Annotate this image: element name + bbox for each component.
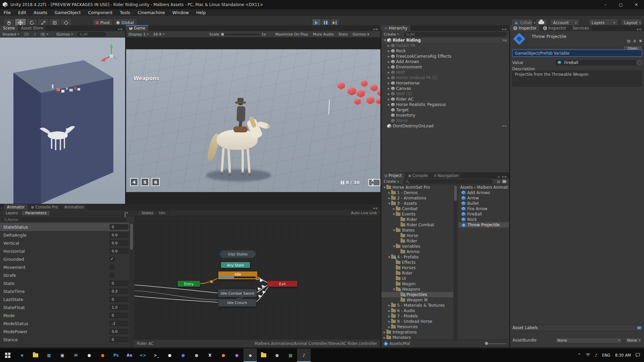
param-checkbox[interactable]: ✓ <box>110 257 114 261</box>
chevron-right-icon[interactable]: ▶ <box>387 71 391 74</box>
aspect-dropdown[interactable]: 16:9▾ <box>151 32 167 37</box>
hierarchy-scene-header[interactable]: ▼Rider Riding▾≡ <box>381 38 509 43</box>
game-viewport[interactable]: Weapons <box>126 49 380 192</box>
chevron-right-icon[interactable]: ▶ <box>387 98 391 101</box>
tab-navigation[interactable]: ⊞ Navigation <box>431 173 462 179</box>
assetbundle-dropdown[interactable]: None▾ <box>555 338 622 343</box>
game-toolbar-stats[interactable]: Stats <box>336 32 350 37</box>
hierarchy-row[interactable]: ▶Canvas <box>381 86 509 91</box>
2d-toggle[interactable]: 2D <box>21 32 31 37</box>
param-value-field[interactable]: 0 <box>110 224 128 230</box>
scene-menu-icon[interactable]: ▾≡ <box>502 39 507 42</box>
chevron-right-icon[interactable]: ▶ <box>387 87 391 90</box>
tree-row[interactable]: ▶Resources <box>381 324 453 329</box>
presets-icon[interactable]: ≣ <box>633 39 636 43</box>
param-value-field[interactable]: 0 <box>110 281 128 286</box>
tree-row[interactable]: ▶2 - Animations <box>381 195 453 201</box>
scale-slider[interactable] <box>220 34 260 35</box>
param-row[interactable]: StateTime0.3 <box>0 287 129 295</box>
parameters-tab[interactable]: Parameters <box>21 210 50 216</box>
clock[interactable]: 8:30 AM <box>615 353 631 358</box>
tree-row[interactable]: ▼Horse AnimSet Pro <box>381 185 453 190</box>
thumbnail-zoom-slider[interactable] <box>485 343 506 344</box>
taskbar-edge-icon[interactable]: e <box>15 349 29 362</box>
hierarchy-row[interactable]: ▶Horse Realistic Pegassus <box>381 102 509 107</box>
value-object-field[interactable]: FireBall <box>556 60 636 65</box>
param-value-field[interactable]: 0.0 <box>110 248 128 254</box>
tab-asset-store[interactable]: Asset Store <box>18 25 47 31</box>
menu-component[interactable]: Component <box>85 9 116 16</box>
chevron-right-icon[interactable]: ▶ <box>387 103 391 106</box>
tree-row[interactable]: ▶8 - Undead Horse <box>381 319 453 324</box>
param-checkbox[interactable] <box>110 273 114 278</box>
tree-row[interactable]: Rider <box>381 238 453 244</box>
breadcrumb-root[interactable]: Assets <box>460 185 473 190</box>
param-value-field[interactable]: 1.0 <box>110 305 128 310</box>
taskbar-photoshop-icon[interactable]: Ps <box>109 349 123 362</box>
param-value-field[interactable]: 0.0 <box>110 329 128 334</box>
tree-row[interactable]: Wagon <box>381 281 453 287</box>
tree-row[interactable]: ▶7 - Models <box>381 313 453 319</box>
tree-row[interactable]: UI <box>381 276 453 281</box>
param-row[interactable]: ModeStatus-2 <box>0 319 129 327</box>
menu-gameobject[interactable]: GameObject <box>51 9 85 16</box>
game-panel-menu-icon[interactable]: ▾≡ <box>373 27 380 31</box>
menu-help[interactable]: Help <box>193 9 210 16</box>
hierarchy-row[interactable]: ▶FreeLookCameraRig Effects <box>381 54 509 59</box>
state-node-idle_combat[interactable]: Idle Combat Sword <box>218 289 257 297</box>
disclosure-arrow-icon[interactable]: ▼ <box>387 202 391 205</box>
file-row[interactable]: Add Arrows <box>458 190 509 195</box>
taskbar-unity-editor-icon[interactable]: ◆ <box>244 349 257 362</box>
taskbar-discord-icon[interactable]: ● <box>176 349 190 362</box>
state-node-entry[interactable]: Entry <box>177 281 200 287</box>
param-value-field[interactable]: 0.0 <box>110 232 128 238</box>
object-picker-icon[interactable] <box>638 60 642 65</box>
taskbar-blender-icon[interactable]: ● <box>217 349 230 362</box>
tree-row[interactable]: ▼Variables <box>381 244 453 249</box>
tree-row[interactable]: ▶Combat <box>381 206 453 212</box>
breadcrumb-states[interactable]: States <box>138 210 157 216</box>
volume-icon[interactable]: ♪ <box>595 353 597 358</box>
param-row[interactable]: Movement <box>0 263 129 271</box>
tab-hierarchy[interactable]: ≔ Hierarchy <box>381 25 411 31</box>
asset-labels-bar[interactable]: Asset Labels <box>510 324 644 331</box>
tab-project[interactable]: ▤ Project <box>381 173 405 179</box>
game-toolbar-maximize-on-play[interactable]: Maximize On Play <box>273 32 311 37</box>
menu-assets[interactable]: Assets <box>30 9 51 16</box>
game-toolbar-gizmos[interactable]: Gizmos ▾ <box>350 32 372 37</box>
taskbar-folder-2-icon[interactable] <box>257 349 270 362</box>
taskbar-firefox-icon[interactable]: ● <box>96 349 109 362</box>
state-node-up_states[interactable]: (Up) States <box>219 250 256 258</box>
menu-cinemachine[interactable]: Cinemachine <box>134 9 169 16</box>
param-row[interactable]: StateStatus0 <box>0 223 129 231</box>
taskbar-app-purple-icon[interactable]: ● <box>230 349 244 362</box>
tree-row[interactable]: Ammo <box>381 249 453 254</box>
chevron-right-icon[interactable]: ▶ <box>387 66 391 69</box>
param-row[interactable]: ModePower0.0 <box>0 327 129 336</box>
tree-row[interactable]: ▼Weapons <box>381 287 453 292</box>
param-checkbox[interactable] <box>110 265 114 269</box>
param-row[interactable]: LastState0 <box>0 295 129 303</box>
param-value-field[interactable]: 0 <box>110 313 128 318</box>
file-row[interactable]: Arrow <box>458 195 509 201</box>
hierarchy-row[interactable]: ▶Wolf <box>381 70 509 75</box>
tree-row[interactable]: Rider <box>381 270 453 276</box>
language-indicator[interactable]: ENG <box>602 353 610 358</box>
start-button[interactable] <box>0 349 15 362</box>
param-row[interactable]: Strafe <box>0 271 129 279</box>
taskbar-steam-icon[interactable]: ● <box>190 349 203 362</box>
tab-services[interactable]: Services <box>570 25 592 31</box>
menu-file[interactable]: File <box>0 9 14 16</box>
taskbar-github-icon[interactable]: ● <box>163 349 176 362</box>
param-row[interactable]: State0 <box>0 279 129 287</box>
param-value-field[interactable]: -2 <box>110 321 128 326</box>
tree-row[interactable]: Projectiles <box>381 292 453 297</box>
param-row[interactable]: Mode0 <box>0 311 129 319</box>
inspector-panel-menu-icon[interactable]: ▾≡ <box>637 27 644 31</box>
search-by-type-icon[interactable]: ▥ <box>495 179 502 184</box>
disclosure-arrow-icon[interactable]: ▶ <box>392 207 396 210</box>
file-row[interactable]: Fire Arrow <box>458 206 509 212</box>
gear-icon[interactable]: ✱ <box>639 39 642 43</box>
scene-gizmos-dropdown[interactable]: Gizmos▾ <box>54 32 75 37</box>
chevron-right-icon[interactable]: ▶ <box>387 93 391 96</box>
